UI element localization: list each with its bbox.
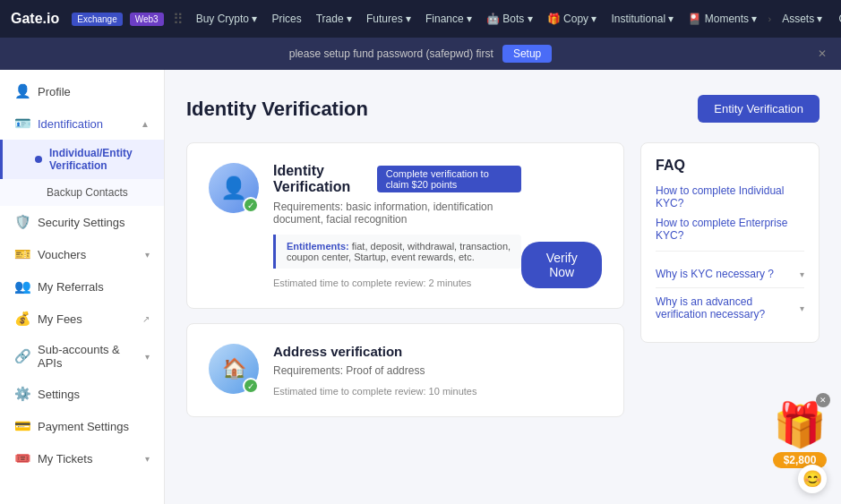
page-title: Identity Verification	[186, 98, 368, 121]
order-link[interactable]: Order ▾	[835, 13, 841, 25]
faq-question-kyc[interactable]: Why is KYC necessary ? ▾	[656, 261, 804, 288]
identification-icon: 🪪	[14, 115, 30, 132]
faq-kyc-text: Why is KYC necessary ?	[656, 268, 774, 280]
alert-close-icon[interactable]: ✕	[818, 47, 827, 60]
copy-link[interactable]: 🎁 Copy ▾	[544, 13, 601, 25]
faq-link-individual[interactable]: How to complete Individual KYC?	[656, 184, 804, 209]
logo[interactable]: Gate.io	[11, 11, 59, 27]
grid-icon[interactable]: ⠿	[173, 11, 184, 28]
verify-now-button[interactable]: Verify Now	[521, 242, 602, 288]
prices-link[interactable]: Prices	[268, 13, 305, 25]
address-card-title: Address verification	[273, 344, 602, 359]
sidebar-label-security: Security Settings	[38, 216, 125, 229]
smiley-button[interactable]: 😊	[798, 465, 827, 493]
top-navigation: Gate.io Exchange Web3 ⠿ Buy Crypto ▾ Pri…	[0, 0, 841, 38]
sidebar-item-tickets[interactable]: 🎟️ My Tickets ▾	[0, 442, 164, 474]
assets-link[interactable]: Assets ▾	[778, 13, 826, 25]
sidebar-label-referrals: My Referrals	[38, 280, 104, 294]
active-dot	[35, 156, 42, 163]
fees-icon: 💰	[14, 311, 30, 327]
vouchers-icon: 🎫	[14, 246, 30, 262]
sidebar-item-security-settings[interactable]: 🛡️ Security Settings	[0, 206, 164, 238]
nav-right: Assets ▾ Order ▾ 👤 ⬆ 🔍 🔔	[778, 8, 841, 30]
sidebar-label-vouchers: Vouchers	[38, 248, 86, 261]
verification-cards: 👤 ✓ Identity Verification Complete verif…	[186, 142, 624, 417]
sidebar-item-sub-accounts[interactable]: 🔗 Sub-accounts & APIs ▾	[0, 335, 164, 378]
address-card-info: Address verification Requirements: Proof…	[273, 344, 602, 397]
buy-crypto-link[interactable]: Buy Crypto ▾	[193, 13, 262, 25]
address-verification-card: 🏠 ✓ Address verification Requirements: P…	[186, 323, 624, 417]
sidebar-label-fees: My Fees	[38, 312, 82, 326]
sidebar-item-identification[interactable]: 🪪 Identification ▲	[0, 107, 164, 140]
entitlements-box: Entitlements: fiat, deposit, withdrawal,…	[273, 235, 521, 269]
identity-card-info: Identity Verification Complete verificat…	[273, 163, 521, 288]
faq-divider	[656, 251, 804, 252]
address-card-top: 🏠 ✓ Address verification Requirements: P…	[209, 344, 602, 397]
identification-submenu: Individual/Entity Verification Backup Co…	[0, 140, 164, 206]
main-content: Identity Verification Entity Verificatio…	[165, 70, 841, 504]
moments-link[interactable]: 🎴 Moments ▾	[684, 13, 760, 25]
subaccounts-icon: 🔗	[14, 348, 30, 364]
sidebar-label-identification: Identification	[38, 117, 103, 131]
finance-link[interactable]: Finance ▾	[422, 13, 476, 25]
sidebar-item-fees[interactable]: 💰 My Fees ↗	[0, 303, 164, 335]
alert-message: please setup fund password (safepwd) fir…	[289, 47, 493, 60]
identity-card-subtitle: Requirements: basic information, identif…	[273, 201, 521, 226]
faq-kyc-chevron: ▾	[800, 269, 804, 279]
sidebar-label-payment: Payment Settings	[38, 420, 129, 433]
vouchers-chevron: ▾	[145, 250, 150, 260]
content-area: 👤 ✓ Identity Verification Complete verif…	[186, 142, 820, 417]
sidebar-item-vouchers[interactable]: 🎫 Vouchers ▾	[0, 238, 164, 270]
subaccounts-chevron: ▾	[145, 352, 150, 362]
gift-close-icon[interactable]: ✕	[816, 393, 830, 407]
faq-advanced-text: Why is an advanced verification necessar…	[656, 295, 800, 320]
sidebar-label-backup-contacts: Backup Contacts	[47, 186, 128, 199]
sidebar-label-profile: Profile	[38, 85, 71, 98]
trade-link[interactable]: Trade ▾	[313, 13, 356, 25]
tickets-chevron: ▾	[145, 454, 150, 464]
identity-card-top: 👤 ✓ Identity Verification Complete verif…	[209, 163, 521, 288]
external-link-icon: ↗	[142, 314, 150, 324]
sidebar-item-settings[interactable]: ⚙️ Settings	[0, 378, 164, 410]
identity-card-title: Identity Verification	[273, 163, 368, 195]
web3-badge[interactable]: Web3	[130, 13, 164, 26]
logo-text: Gate.io	[11, 11, 59, 27]
identity-verification-card: 👤 ✓ Identity Verification Complete verif…	[186, 142, 624, 309]
sidebar-item-profile[interactable]: 👤 Profile	[0, 75, 164, 107]
sidebar-item-backup-contacts[interactable]: Backup Contacts	[0, 179, 164, 206]
faq-link-enterprise[interactable]: How to complete Enterprise KYC?	[656, 217, 804, 242]
gift-widget[interactable]: ✕ 🎁 $2,800	[773, 400, 827, 468]
profile-icon: 👤	[14, 83, 30, 99]
institutional-link[interactable]: Institutional ▾	[607, 13, 677, 25]
faq-title: FAQ	[656, 158, 804, 174]
address-card-subtitle: Requirements: Proof of address	[273, 364, 602, 377]
faq-box: FAQ How to complete Individual KYC? How …	[640, 142, 820, 343]
address-check-badge: ✓	[243, 378, 259, 394]
identity-check-badge: ✓	[243, 197, 259, 213]
entity-verification-button[interactable]: Entity Verification	[698, 95, 820, 123]
bots-link[interactable]: 🤖 Bots ▾	[483, 13, 536, 25]
main-layout: 👤 Profile 🪪 Identification ▲ Individual/…	[0, 70, 841, 504]
security-icon: 🛡️	[14, 214, 30, 230]
sidebar-item-referrals[interactable]: 👥 My Referrals	[0, 270, 164, 303]
sidebar-label-sub-accounts: Sub-accounts & APIs	[38, 343, 138, 370]
payment-icon: 💳	[14, 418, 30, 434]
identity-avatar-icon: 👤 ✓	[209, 163, 259, 213]
settings-icon: ⚙️	[14, 386, 30, 402]
nav-arrow[interactable]: ›	[768, 13, 771, 24]
faq-question-advanced[interactable]: Why is an advanced verification necessar…	[656, 288, 804, 328]
identity-title-row: Identity Verification Complete verificat…	[273, 163, 521, 195]
identification-chevron: ▲	[141, 119, 150, 129]
sidebar-label-settings: Settings	[38, 388, 80, 401]
exchange-badge[interactable]: Exchange	[72, 13, 122, 26]
sidebar-item-payment-settings[interactable]: 💳 Payment Settings	[0, 410, 164, 442]
futures-link[interactable]: Futures ▾	[363, 13, 415, 25]
gift-icon: 🎁	[773, 400, 827, 450]
sidebar-item-individual-entity[interactable]: Individual/Entity Verification	[0, 140, 164, 179]
sidebar-label-individual-entity: Individual/Entity Verification	[49, 147, 150, 172]
sidebar-label-tickets: My Tickets	[38, 452, 92, 466]
main-header: Identity Verification Entity Verificatio…	[186, 95, 820, 123]
identity-card-body: 👤 ✓ Identity Verification Complete verif…	[209, 163, 602, 288]
tickets-icon: 🎟️	[14, 450, 30, 466]
setup-button[interactable]: Setup	[502, 45, 552, 63]
